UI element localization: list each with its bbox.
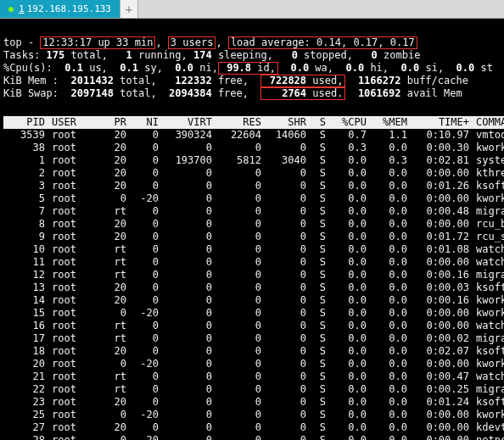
terminal-output[interactable]: top - 12:33:17 up 33 min, 3 users, load … [0,19,504,440]
add-tab-button[interactable]: + [120,0,138,18]
process-row: 14root200000S0.00.00:00.16kworker/1:0 [3,294,504,307]
process-table: PIDUSERPRNIVIRTRESSHRS%CPU%MEMTIME+COMMA… [3,116,504,440]
process-row: 9root200000S0.00.00:01.72rcu_sched [3,231,504,243]
col-%mem[interactable]: %MEM [370,116,411,129]
process-row: 28root0-20000S0.00.00:00.00netns [3,434,504,440]
mem-buff: 1166272 [358,75,401,86]
sleeping-label: sleeping, [218,49,273,61]
cpu-si: 0.0 [401,62,420,74]
process-row: 20root0-20000S0.00.00:00.00kworker/2:0H [3,358,504,370]
col-s[interactable]: S [310,116,329,129]
process-row: 10rootrt0000S0.00.00:01.08watchdog/0 [3,243,504,256]
swap-label: KiB Swap: [3,87,59,99]
process-header-row: PIDUSERPRNIVIRTRESSHRS%CPU%MEMTIME+COMMA… [3,116,504,129]
process-row: 3539root2003903242260414060S0.71.10:10.9… [3,129,504,142]
mem-used-box: 722828 used, [260,75,345,87]
col-%cpu[interactable]: %CPU [329,116,370,129]
mem-free: 122332 [175,75,211,86]
col-user[interactable]: USER [48,116,98,129]
process-row: 17rootrt0000S0.00.00:00.02migration/2 [3,332,504,345]
col-res[interactable]: RES [216,116,265,129]
mem-used: 722828 [270,75,306,86]
process-row: 12rootrt0000S0.00.00:00.16migration/1 [3,269,504,281]
load-box: load average: 0.14, 0.17, 0.17 [228,36,417,49]
cpu-id: 99.8 [227,62,251,74]
terminal-tab[interactable]: ● 1192.168.195.133 [0,0,120,18]
process-row: 8root200000S0.00.00:00.00rcu_bh [3,218,504,231]
top-prefix: top - [3,36,34,48]
process-row: 21rootrt0000S0.00.00:00.47watchdog/3 [3,370,504,383]
tasks-running: 1 [126,49,132,61]
col-time+[interactable]: TIME+ [411,116,473,129]
tasks-label: Tasks: [3,49,40,61]
cpu-label: %Cpu(s): [3,62,53,74]
swap-avail: 1061692 [358,87,401,99]
process-row: 13root200000S0.00.00:00.03ksoftirqd/1 [3,281,504,294]
swap-used: 2764 [282,87,306,99]
tasks-zombie: 0 [372,49,378,61]
process-row: 1root20019370058123040S0.00.30:02.81syst… [3,154,504,167]
tab-index: 1 [19,3,25,14]
process-row: 25root0-20000S0.00.00:00.00kworker/3:0H [3,409,504,421]
uptime-box: 12:33:17 up 33 min [40,36,155,49]
users-box: 3 users [168,36,216,49]
tasks-sleeping: 174 [193,49,212,61]
mem-label: KiB Mem : [3,75,59,86]
cpu-sy: 0.1 [120,62,138,74]
tasks-total: 175 [47,49,65,61]
swap-used-box: 2764 used. [260,87,345,100]
tab-host: 192.168.195.133 [27,3,111,14]
tab-bar: ● 1192.168.195.133 + [0,0,504,19]
cpu-idle-box: 99.8 id, [218,62,278,75]
process-row: 5root0-20000S0.00.00:00.00kworker/0:0H [3,192,504,205]
cpu-us: 0.1 [64,62,83,74]
cpu-st: 0.0 [456,62,475,74]
cpu-wa: 0.0 [290,62,309,74]
process-row: 7rootrt0000S0.00.00:00.48migration/0 [3,205,504,218]
process-row: 18root200000S0.00.00:02.07ksoftirqd/2 [3,345,504,358]
swap-free: 2094384 [169,87,212,99]
connected-icon: ● [8,4,14,14]
process-row: 22rootrt0000S0.00.00:00.25migration/3 [3,383,504,396]
col-pid[interactable]: PID [3,116,48,129]
col-ni[interactable]: NI [130,116,162,129]
swap-total: 2097148 [70,87,114,99]
process-row: 15root0-20000S0.00.00:00.00kworker/1:0H [3,307,504,320]
mem-total: 2011432 [70,75,114,86]
process-row: 11rootrt0000S0.00.00:00.00watchdog/1 [3,256,504,269]
process-row: 27root200000S0.00.00:00.00kdevtmpfs [3,421,504,434]
process-row: 38root200000S0.30.00:00.30kworker/3:1 [3,142,504,154]
col-command[interactable]: COMMAND [473,116,504,129]
process-row: 3root200000S0.00.00:01.26ksoftirqd/0 [3,180,504,192]
cpu-ni: 0.0 [175,62,193,74]
col-shr[interactable]: SHR [265,116,310,129]
process-row: 16rootrt0000S0.00.00:00.00watchdog/2 [3,320,504,332]
tasks-stopped: 0 [292,49,298,61]
process-row: 23root200000S0.00.00:01.24ksoftirqd/3 [3,396,504,409]
process-row: 2root200000S0.00.00:00.00kthreadd [3,167,504,180]
col-pr[interactable]: PR [98,116,130,129]
col-virt[interactable]: VIRT [162,116,216,129]
cpu-hi: 0.0 [345,62,364,74]
